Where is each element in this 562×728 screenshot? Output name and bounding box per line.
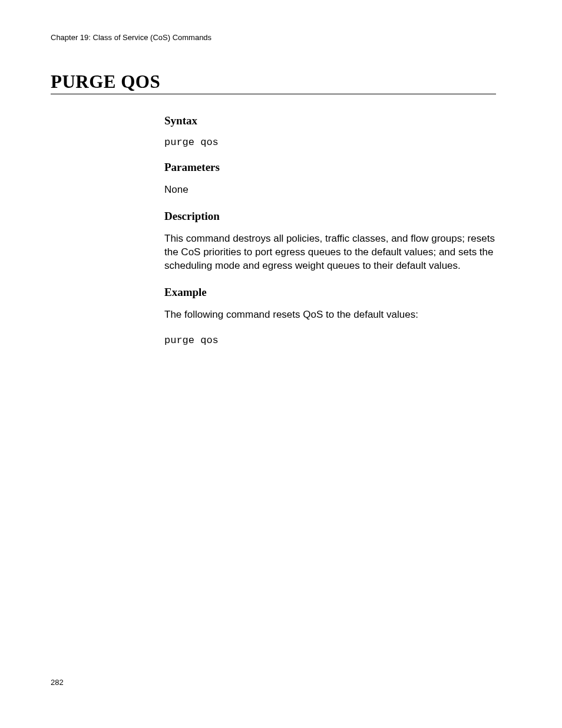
running-header: Chapter 19: Class of Service (CoS) Comma…: [51, 33, 496, 42]
page: Chapter 19: Class of Service (CoS) Comma…: [0, 0, 562, 728]
parameters-text: None: [164, 183, 496, 197]
syntax-code: purge qos: [164, 137, 496, 148]
page-number: 282: [51, 678, 64, 687]
example-intro: The following command resets QoS to the …: [164, 308, 496, 322]
example-heading: Example: [164, 286, 496, 299]
description-heading: Description: [164, 210, 496, 223]
content-block: Syntax purge qos Parameters None Descrip…: [164, 114, 496, 346]
example-code: purge qos: [164, 335, 496, 346]
parameters-heading: Parameters: [164, 161, 496, 174]
description-text: This command destroys all policies, traf…: [164, 232, 496, 273]
syntax-heading: Syntax: [164, 114, 496, 127]
command-title: PURGE QOS: [51, 71, 496, 94]
